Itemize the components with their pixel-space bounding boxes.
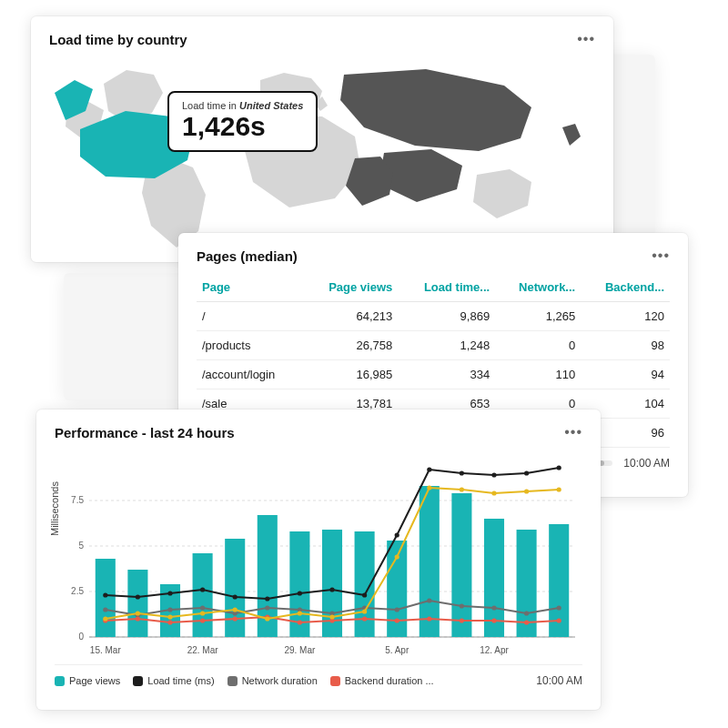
- cell-page: /products: [197, 331, 303, 360]
- svg-point-60: [298, 620, 302, 624]
- legend-page-views[interactable]: Page views: [55, 675, 120, 686]
- svg-point-73: [233, 607, 238, 612]
- svg-point-56: [167, 620, 172, 624]
- performance-card: Performance - last 24 hours ••• Millisec…: [36, 410, 601, 710]
- svg-point-65: [460, 618, 464, 622]
- svg-point-37: [524, 470, 529, 475]
- svg-point-29: [265, 596, 269, 601]
- svg-point-79: [427, 485, 431, 490]
- table-row[interactable]: /account/login16,98533411094: [197, 360, 670, 389]
- svg-text:7.5: 7.5: [71, 495, 84, 505]
- col-page[interactable]: Page: [197, 273, 303, 302]
- cell-network: 110: [495, 360, 581, 389]
- cell-page: /account/login: [197, 360, 303, 389]
- svg-text:22. Mar: 22. Mar: [187, 645, 219, 655]
- svg-point-36: [491, 472, 496, 477]
- svg-point-72: [200, 611, 205, 615]
- legend-network[interactable]: Network duration: [228, 675, 318, 686]
- svg-point-76: [329, 614, 334, 619]
- legend-load-time[interactable]: Load time (ms): [133, 675, 214, 686]
- svg-point-34: [427, 467, 431, 471]
- card-title: Pages (median): [197, 248, 298, 264]
- svg-point-66: [491, 618, 496, 622]
- table-row[interactable]: /64,2139,8691,265120: [197, 302, 670, 331]
- svg-point-25: [136, 594, 140, 599]
- svg-text:29. Mar: 29. Mar: [284, 645, 316, 655]
- col-backend[interactable]: Backend...: [581, 273, 670, 302]
- svg-point-62: [362, 616, 367, 621]
- chart-legend: Page views Load time (ms) Network durati…: [55, 664, 582, 687]
- svg-rect-9: [96, 559, 116, 637]
- svg-point-77: [362, 609, 367, 613]
- legend-backend[interactable]: Backend duration ...: [330, 675, 434, 686]
- svg-rect-10: [127, 570, 147, 637]
- svg-point-53: [557, 605, 561, 610]
- cell-backend: 120: [581, 302, 670, 331]
- svg-text:12. Apr: 12. Apr: [480, 645, 509, 655]
- svg-point-50: [460, 603, 464, 608]
- svg-text:5. Apr: 5. Apr: [385, 645, 410, 655]
- col-page-views[interactable]: Page views: [303, 273, 398, 302]
- svg-point-57: [200, 618, 205, 622]
- cell-page-views: 64,213: [303, 302, 398, 331]
- cell-page: /: [197, 302, 303, 331]
- more-icon[interactable]: •••: [564, 424, 582, 440]
- svg-point-83: [557, 487, 561, 491]
- svg-rect-19: [420, 486, 440, 637]
- cell-load-time: 1,248: [398, 331, 495, 360]
- svg-point-42: [200, 605, 205, 610]
- svg-point-74: [265, 616, 269, 621]
- cell-network: 0: [495, 331, 581, 360]
- svg-point-78: [395, 554, 399, 559]
- svg-point-32: [362, 592, 367, 597]
- col-load-time[interactable]: Load time...: [398, 273, 495, 302]
- svg-rect-12: [193, 553, 213, 637]
- performance-chart[interactable]: Milliseconds 02.557.515. Mar22. Mar29. M…: [55, 450, 582, 659]
- cell-network: 1,265: [495, 302, 581, 331]
- svg-point-41: [167, 607, 172, 612]
- svg-point-28: [233, 594, 238, 599]
- card-title: Performance - last 24 hours: [55, 425, 235, 440]
- svg-point-70: [136, 611, 140, 615]
- svg-point-48: [395, 607, 399, 612]
- svg-text:15. Mar: 15. Mar: [90, 645, 122, 655]
- svg-rect-20: [451, 493, 471, 637]
- table-row[interactable]: /products26,7581,248098: [197, 331, 670, 360]
- chart-timestamp: 10:00 AM: [536, 674, 582, 687]
- cell-page-views: 26,758: [303, 331, 398, 360]
- svg-point-35: [460, 470, 464, 475]
- svg-point-24: [103, 592, 107, 597]
- svg-point-81: [491, 490, 496, 495]
- svg-point-64: [427, 616, 431, 621]
- svg-point-44: [265, 605, 269, 610]
- svg-point-80: [460, 487, 464, 491]
- cell-backend: 98: [581, 331, 670, 360]
- svg-point-38: [557, 465, 561, 470]
- world-map[interactable]: Load time in United States 1,426s: [49, 56, 595, 257]
- svg-point-33: [395, 532, 399, 537]
- svg-point-31: [329, 587, 334, 592]
- svg-point-63: [395, 618, 399, 622]
- card-title: Load time by country: [49, 32, 187, 47]
- svg-point-52: [524, 611, 529, 615]
- svg-point-39: [103, 607, 107, 612]
- more-icon[interactable]: •••: [577, 31, 595, 47]
- svg-point-27: [200, 587, 205, 592]
- svg-point-49: [427, 598, 431, 602]
- tooltip-value: 1,426s: [182, 111, 303, 141]
- svg-point-30: [298, 591, 302, 595]
- tooltip-label: Load time in United States: [182, 100, 303, 111]
- svg-point-67: [524, 620, 529, 624]
- cell-load-time: 9,869: [398, 302, 495, 331]
- col-network[interactable]: Network...: [495, 273, 581, 302]
- cell-backend: 94: [581, 360, 670, 389]
- svg-text:5: 5: [78, 541, 84, 551]
- svg-text:2.5: 2.5: [71, 586, 84, 596]
- svg-point-82: [524, 489, 529, 493]
- map-tooltip: Load time in United States 1,426s: [167, 91, 318, 152]
- load-time-by-country-card: Load time by country •••: [31, 16, 613, 262]
- svg-text:0: 0: [78, 632, 84, 642]
- svg-point-55: [136, 616, 140, 621]
- svg-point-69: [103, 616, 107, 621]
- more-icon[interactable]: •••: [652, 248, 670, 264]
